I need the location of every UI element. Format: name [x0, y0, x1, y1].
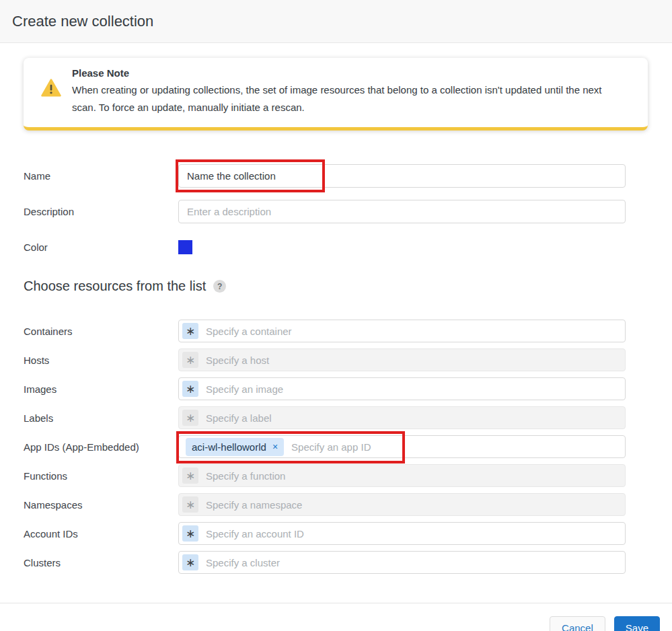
description-label: Description: [24, 206, 178, 217]
color-swatch[interactable]: [178, 240, 192, 254]
resource-label: Hosts: [24, 355, 178, 366]
resource-row: Hosts∗Specify a host: [24, 348, 626, 371]
resource-rows: Containers∗Specify a containerHosts∗Spec…: [0, 320, 672, 574]
description-input[interactable]: [178, 200, 626, 223]
note-title: Please Note: [72, 67, 632, 79]
resource-input[interactable]: aci-wl-helloworld×Specify an app ID: [178, 435, 626, 458]
resource-placeholder: Specify a label: [206, 412, 272, 424]
asterisk-icon: ∗: [182, 352, 198, 368]
resource-row: Namespaces∗Specify a namespace: [24, 493, 626, 516]
resource-placeholder: Specify a container: [206, 326, 292, 337]
resource-row: App IDs (App-Embedded)aci-wl-helloworld×…: [24, 435, 626, 458]
resource-input[interactable]: ∗Specify an account ID: [178, 522, 626, 545]
page-title: Create new collection: [12, 13, 153, 30]
create-collection-dialog: Create new collection Please Note When c…: [0, 0, 672, 631]
cancel-button[interactable]: Cancel: [550, 616, 605, 631]
asterisk-icon: ∗: [182, 468, 198, 484]
name-label: Name: [24, 170, 178, 182]
resource-row: Account IDs∗Specify an account ID: [24, 522, 626, 545]
asterisk-icon: ∗: [182, 323, 198, 339]
resource-input: ∗Specify a label: [178, 406, 626, 429]
save-button[interactable]: Save: [614, 616, 660, 631]
resource-label: Labels: [24, 412, 178, 424]
color-row: Color: [24, 240, 626, 254]
resource-placeholder: Specify a function: [206, 470, 285, 482]
resource-placeholder: Specify a cluster: [206, 557, 280, 568]
collection-form: Name Description Color: [0, 164, 672, 254]
resources-heading-row: Choose resources from the list ?: [0, 279, 672, 294]
resource-placeholder: Specify a namespace: [206, 499, 302, 511]
color-label: Color: [24, 242, 178, 253]
resource-row: Containers∗Specify a container: [24, 320, 626, 342]
asterisk-icon: ∗: [182, 410, 198, 426]
resource-row: Clusters∗Specify a cluster: [24, 551, 626, 574]
warning-triangle-icon: [41, 79, 61, 97]
resource-placeholder: Specify an image: [206, 383, 283, 395]
asterisk-icon: ∗: [182, 525, 198, 542]
resource-label: App IDs (App-Embedded): [24, 441, 178, 453]
note-text: When creating or updating collections, t…: [72, 81, 618, 116]
resource-input[interactable]: ∗Specify a container: [178, 320, 626, 342]
resource-label: Images: [24, 383, 178, 395]
resource-label: Clusters: [24, 557, 178, 568]
description-row: Description: [24, 200, 626, 223]
resource-row: Labels∗Specify a label: [24, 406, 626, 429]
resource-placeholder: Specify an account ID: [206, 528, 304, 540]
selected-tag: aci-wl-helloworld×: [186, 438, 284, 456]
resource-input: ∗Specify a namespace: [178, 493, 626, 516]
asterisk-icon: ∗: [182, 554, 198, 570]
resource-input: ∗Specify a host: [178, 348, 626, 371]
resource-input: ∗Specify a function: [178, 464, 626, 487]
resource-row: Images∗Specify an image: [24, 377, 626, 400]
resource-label: Functions: [24, 470, 178, 482]
remove-tag-icon[interactable]: ×: [272, 441, 278, 452]
resource-label: Containers: [24, 326, 178, 337]
dialog-header: Create new collection: [0, 0, 672, 43]
tag-label: aci-wl-helloworld: [192, 441, 266, 453]
name-row: Name: [24, 164, 626, 188]
resources-heading: Choose resources from the list: [24, 279, 206, 294]
asterisk-icon: ∗: [182, 496, 198, 513]
resource-label: Namespaces: [24, 499, 178, 511]
dialog-footer: Cancel Save: [0, 603, 672, 631]
name-input[interactable]: [178, 164, 626, 188]
resource-row: Functions∗Specify a function: [24, 464, 626, 487]
resource-placeholder: Specify a host: [206, 355, 269, 366]
resource-input[interactable]: ∗Specify a cluster: [178, 551, 626, 574]
resource-label: Account IDs: [24, 528, 178, 540]
help-icon[interactable]: ?: [213, 280, 226, 293]
resource-input[interactable]: ∗Specify an image: [178, 377, 626, 400]
asterisk-icon: ∗: [182, 381, 198, 397]
note-banner: Please Note When creating or updating co…: [24, 58, 648, 131]
resource-placeholder: Specify an app ID: [291, 441, 371, 453]
